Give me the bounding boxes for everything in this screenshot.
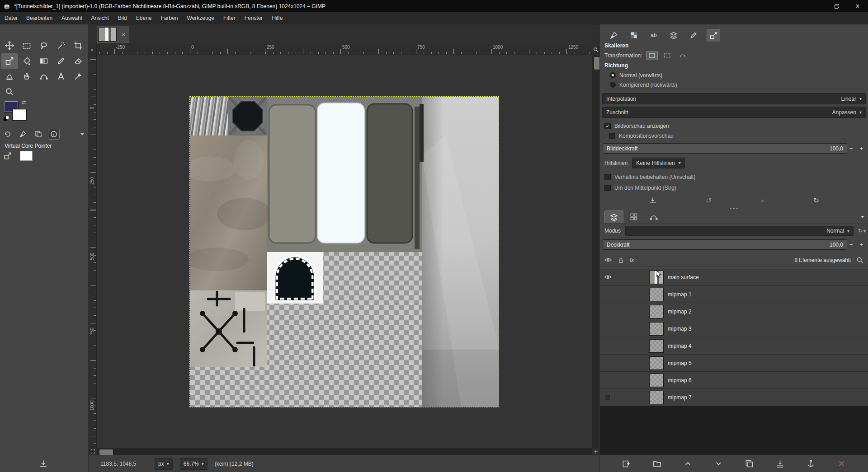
tool-smudge[interactable]	[18, 69, 35, 84]
restore-preset-icon[interactable]: ↺	[706, 196, 712, 205]
swap-colors-icon[interactable]: ⇄	[22, 99, 26, 105]
tool-move[interactable]	[1, 38, 18, 53]
minimize-button[interactable]: –	[806, 0, 826, 12]
raise-layer-icon[interactable]	[684, 459, 692, 468]
direction-normal-option[interactable]: Normal (vorwärts)	[610, 70, 868, 80]
tool-color-picker[interactable]	[70, 69, 87, 84]
tool-gradient[interactable]	[35, 53, 52, 69]
delete-preset-icon[interactable]: ×	[760, 197, 764, 205]
tool-transform[interactable]	[1, 53, 18, 69]
save-preset-icon[interactable]	[649, 196, 657, 205]
tool-rectangle-select[interactable]	[18, 38, 35, 53]
transform-selection-button[interactable]	[661, 51, 673, 60]
dock-tab-tool-options[interactable]	[707, 29, 720, 42]
navigation-button[interactable]	[592, 448, 599, 455]
default-colors-icon[interactable]	[4, 116, 10, 122]
tool-free-select[interactable]	[35, 38, 52, 53]
lower-layer-icon[interactable]	[714, 459, 723, 468]
canvas-viewport[interactable]	[97, 55, 592, 448]
tool-bucket-fill[interactable]	[18, 53, 35, 69]
menu-item[interactable]: Bild	[113, 12, 132, 24]
duplicate-layer-icon[interactable]	[745, 459, 754, 468]
menu-item[interactable]: Fenster	[240, 12, 268, 24]
keep-aspect-checkbox[interactable]: Verhältnis beibehalten (Umschalt)	[604, 173, 868, 181]
brushes-tab[interactable]	[17, 129, 29, 140]
search-icon[interactable]	[856, 257, 863, 264]
tool-paths[interactable]	[35, 69, 52, 84]
menu-item[interactable]: Auswahl	[57, 12, 86, 24]
layer-row[interactable]: mipmap 6	[600, 372, 868, 389]
new-layer-icon[interactable]	[622, 459, 631, 468]
interpolation-row[interactable]: Interpolation Linear▾	[602, 93, 866, 104]
increase-opacity-button[interactable]: +	[859, 145, 863, 152]
ruler-origin-button[interactable]: ▸	[89, 44, 97, 55]
merge-down-icon[interactable]	[776, 459, 784, 468]
layer-row[interactable]: mipmap 1	[600, 286, 868, 303]
visibility-eye-icon[interactable]	[604, 273, 612, 281]
paths-tab[interactable]	[644, 210, 663, 223]
layer-row[interactable]: mipmap 7	[600, 389, 868, 406]
menu-item[interactable]: Ansicht	[86, 12, 113, 24]
tool-presets-tab[interactable]	[48, 129, 60, 140]
reset-tool-icon[interactable]: ↻	[813, 196, 819, 205]
mode-switch-button[interactable]: ↻ ▾	[858, 228, 866, 234]
guides-dropdown[interactable]: Keine Hilfslinien ▾	[632, 158, 684, 168]
device-tool-icon[interactable]	[4, 152, 12, 160]
dock-tab-brushes[interactable]	[607, 29, 621, 42]
restore-button[interactable]	[826, 0, 847, 12]
tool-fuzzy-select[interactable]	[52, 38, 70, 53]
tab-close-button[interactable]: ×	[118, 26, 129, 42]
decrease-opacity-button[interactable]: −	[849, 241, 853, 248]
tool-zoom[interactable]	[1, 84, 18, 99]
layer-row[interactable]: mipmap 2	[600, 303, 868, 320]
menu-item[interactable]: Werkzeuge	[183, 12, 219, 24]
show-image-preview-checkbox[interactable]: ✓ Bildvorschau anzeigen	[604, 122, 868, 130]
save-tool-options-icon[interactable]	[39, 459, 48, 468]
transform-path-button[interactable]	[677, 51, 689, 60]
vertical-scrollbar[interactable]	[592, 55, 599, 448]
canvas-image[interactable]	[190, 97, 499, 407]
zoom-follow-window-button[interactable]	[592, 44, 599, 55]
delete-layer-icon[interactable]	[837, 459, 846, 468]
panel-menu-icon[interactable]	[860, 214, 865, 220]
channels-tab[interactable]	[624, 210, 643, 223]
tool-eraser[interactable]	[70, 53, 87, 69]
lock-icon[interactable]	[618, 257, 624, 264]
layer-row[interactable]: mipmap 4	[600, 337, 868, 355]
new-group-icon[interactable]	[653, 459, 661, 468]
transform-layer-button[interactable]	[646, 51, 658, 60]
device-color-swatch[interactable]	[20, 151, 33, 161]
menu-item[interactable]: Farben	[156, 12, 183, 24]
unit-dropdown[interactable]: px ▾	[155, 458, 173, 470]
horizontal-ruler[interactable]: -250025050075010001250	[97, 44, 592, 55]
image-tab[interactable]: ×	[97, 26, 129, 43]
title-bar[interactable]: *[Tunnelschilder_1] (importiert)-1.0 (RG…	[0, 0, 868, 12]
menu-item[interactable]: Hilfe	[267, 12, 287, 24]
anchor-layer-icon[interactable]	[807, 459, 815, 468]
menu-item[interactable]: Datei	[0, 12, 22, 24]
clipping-row[interactable]: Zuschnitt Anpassen▾	[602, 107, 866, 118]
mode-dropdown[interactable]: Normal ▾	[625, 226, 854, 236]
fx-toggle[interactable]: fx	[630, 257, 634, 263]
layer-row[interactable]: mipmap 3	[600, 320, 868, 337]
image-opacity-slider[interactable]: Bilddeckkraft 100,0	[603, 143, 847, 154]
dock-tab-gradients[interactable]	[667, 29, 680, 42]
menu-item[interactable]: Bearbeiten	[22, 12, 57, 24]
layer-row[interactable]: main surface	[600, 269, 868, 286]
visibility-checkbox[interactable]	[605, 395, 610, 400]
menu-item[interactable]: Filter	[219, 12, 240, 24]
duplicate-tab[interactable]	[33, 129, 44, 140]
tool-pencil[interactable]	[52, 53, 70, 69]
quick-mask-toggle[interactable]	[89, 448, 97, 455]
increase-opacity-button[interactable]: +	[859, 241, 863, 248]
direction-corrective-option[interactable]: Korrigierend (rückwärts)	[610, 80, 868, 89]
tool-crop[interactable]	[70, 38, 87, 53]
layer-row[interactable]: mipmap 5	[600, 355, 868, 372]
horizontal-scrollbar[interactable]	[97, 448, 592, 455]
background-color-swatch[interactable]	[13, 109, 26, 120]
composited-preview-checkbox[interactable]: Kompositionsvorschau	[609, 131, 868, 140]
around-center-checkbox[interactable]: Um den Mittelpunkt (Strg)	[604, 183, 868, 192]
layers-tab[interactable]	[604, 210, 623, 223]
dock-tab-patterns[interactable]	[627, 29, 641, 42]
dock-tab-fonts[interactable]: ab	[647, 29, 660, 42]
